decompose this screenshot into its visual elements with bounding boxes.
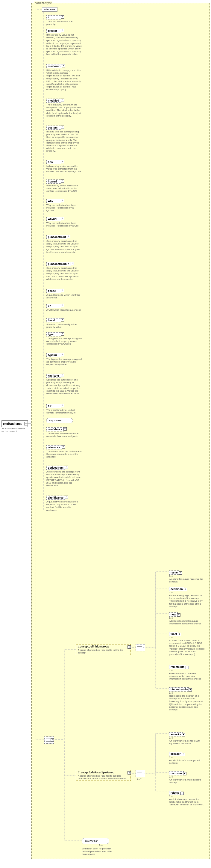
plus-icon[interactable]: + (185, 666, 189, 669)
plus-icon[interactable]: + (61, 289, 64, 292)
plus-icon[interactable]: + (61, 15, 64, 19)
choice-connector[interactable]: − (136, 770, 145, 777)
cardinality: 0..∞ (169, 575, 205, 577)
sequence-connector[interactable]: − (136, 644, 145, 651)
plus-icon[interactable]: + (183, 772, 186, 775)
cardinality: 0..∞ (169, 692, 205, 694)
attr-any-other[interactable]: any ##other (46, 418, 73, 423)
plus-icon[interactable]: + (178, 633, 181, 636)
attr-qcode: qcode+ A qualified code which identifies… (46, 288, 82, 299)
plus-icon[interactable]: + (61, 199, 64, 202)
attr-name[interactable]: relevance (46, 445, 62, 450)
plus-icon[interactable]: + (62, 64, 65, 67)
attr-name[interactable]: why (46, 199, 61, 203)
root-doc: An excluded audience for the content. (1, 427, 28, 433)
plus-icon[interactable]: + (65, 466, 68, 469)
plus-icon[interactable]: + (180, 792, 184, 795)
element-doc: An identifier of a more specific concept… (169, 778, 205, 784)
minus-icon[interactable]: − (142, 646, 145, 649)
plus-icon[interactable]: + (61, 217, 64, 220)
plus-icon[interactable]: + (61, 374, 64, 377)
elem-remoteinfo: remoteInfo+ 0..∞ A link to an item or a … (169, 664, 205, 680)
element-doc: Represents the position of a concept in … (169, 694, 205, 711)
elem-any-other[interactable]: any ##other (82, 838, 109, 844)
attr-name[interactable]: significance (46, 496, 65, 500)
elem-name: name+ 0..∞ A natural language name for t… (169, 569, 205, 583)
attr-name[interactable]: modified (46, 99, 61, 103)
minus-icon[interactable]: − (128, 645, 131, 649)
element-doc: An identifier of a concept with equivale… (169, 740, 205, 745)
attr-name[interactable]: type (46, 332, 61, 337)
attr-uri: uri+ A URI which identifies a concept. (46, 303, 82, 311)
attr-name[interactable]: literal (46, 318, 61, 322)
attr-name[interactable]: typeuri (46, 353, 61, 357)
cardinality: 0..∞ (169, 756, 205, 758)
cardinality: 0..∞ (169, 737, 205, 739)
attr-custom: custom+ If set to true the corresponding… (46, 124, 82, 153)
minus-icon[interactable]: − (24, 422, 28, 426)
minus-icon[interactable]: − (50, 738, 54, 742)
plus-icon[interactable]: + (61, 160, 64, 163)
plus-icon[interactable]: + (71, 262, 74, 265)
plus-icon[interactable]: + (61, 318, 64, 321)
plus-icon[interactable]: + (61, 353, 64, 356)
attr-typeuri: typeuri+ The type of the concept assigne… (46, 352, 82, 366)
attr-name[interactable]: confidence (46, 427, 64, 431)
minus-icon[interactable]: − (128, 771, 131, 775)
elem-facet: facet+ 0..∞ In NAR 1.8 and later, facet … (169, 631, 205, 656)
attr-name[interactable]: id (46, 15, 61, 20)
element-name: name+ (169, 570, 179, 575)
plus-icon[interactable]: + (61, 332, 64, 336)
elem-sameas: sameAs+ 0..∞ An identifier of a concept … (169, 731, 205, 745)
plus-icon[interactable]: + (177, 613, 180, 617)
element-doc: A related concept, where the relationshi… (169, 798, 205, 806)
attr-any-label: any ##other (49, 419, 62, 422)
cardinality: 0..∞ (169, 617, 205, 619)
attr-name[interactable]: pubconstraint (46, 235, 67, 239)
plus-icon[interactable]: + (188, 688, 192, 691)
any-doc: Extension point for provider-defined pro… (82, 847, 113, 856)
plus-icon[interactable]: + (184, 588, 187, 591)
minus-icon[interactable]: − (142, 772, 145, 775)
plus-icon[interactable]: + (65, 496, 68, 499)
attr-name[interactable]: creator (46, 29, 61, 33)
concept-definition-group[interactable]: − ConceptDefinitionGroup A group of prop… (76, 644, 131, 655)
attr-creatoruri: creatoruri+ If the attribute is empty, s… (46, 63, 82, 91)
elem-narrower: narrower+ 0..∞ An identifier of a more s… (169, 770, 205, 784)
attr-doc: Indicates by which means the value was e… (46, 184, 82, 193)
plus-icon[interactable]: + (61, 404, 64, 407)
sequence-connector[interactable]: − (44, 737, 54, 744)
attr-name[interactable]: custom (46, 126, 61, 130)
elem-hierarchyinfo: hierarchyInfo+ 0..∞ Represents the posit… (169, 686, 205, 711)
attr-name[interactable]: whyuri (46, 217, 61, 221)
plus-icon[interactable]: + (179, 571, 182, 575)
plus-icon[interactable]: + (61, 180, 64, 183)
plus-icon[interactable]: + (61, 304, 64, 307)
plus-icon[interactable]: + (61, 126, 64, 129)
attr-name[interactable]: derivedfrom (46, 466, 65, 470)
attr-name[interactable]: howuri (46, 180, 61, 184)
plus-icon[interactable]: + (61, 29, 64, 32)
plus-icon[interactable]: + (64, 427, 67, 431)
attr-name[interactable]: how (46, 160, 61, 164)
elem-related: related+ 0..∞ A related concept, where t… (169, 789, 205, 806)
plus-icon[interactable]: + (182, 733, 185, 737)
attr-doc: Specifies the language of this property … (46, 378, 82, 395)
attr-name[interactable]: qcode (46, 289, 61, 293)
attributes-tab[interactable]: attributes (42, 7, 58, 12)
plus-icon[interactable]: + (62, 445, 65, 448)
element-name: sameAs+ (169, 732, 183, 737)
root-element[interactable]: exclAudience − (1, 421, 28, 427)
attr-name[interactable]: uri (46, 304, 61, 308)
attr-name[interactable]: dir (46, 404, 61, 408)
attr-name[interactable]: xml:lang (46, 374, 61, 378)
attr-doc: A free-text value assigned as property v… (46, 323, 82, 329)
plus-icon[interactable]: + (61, 99, 64, 102)
plus-icon[interactable]: + (182, 753, 185, 756)
element-name: broader+ (169, 752, 182, 756)
attr-name[interactable]: creatoruri (46, 64, 62, 68)
element-name: note+ (169, 613, 178, 617)
concept-relationships-group[interactable]: − ConceptRelationshipsGroup A group of p… (76, 770, 131, 781)
plus-icon[interactable]: + (67, 235, 70, 238)
attr-name[interactable]: pubconstrainturi (46, 262, 71, 266)
